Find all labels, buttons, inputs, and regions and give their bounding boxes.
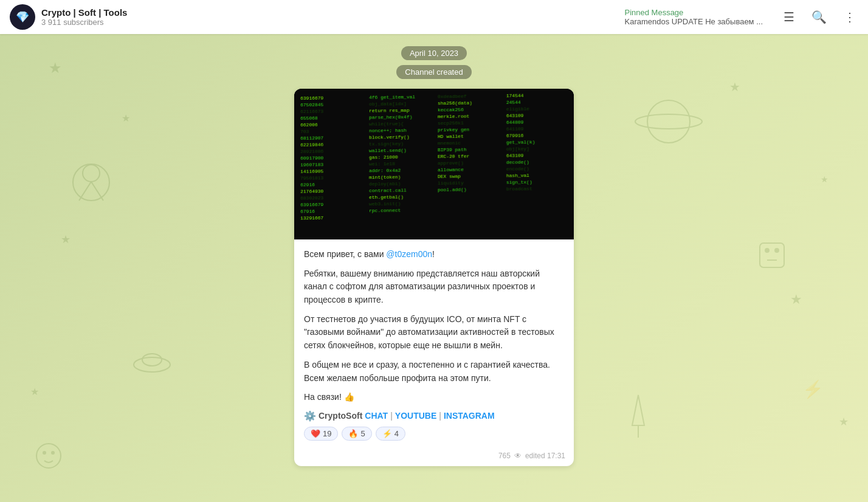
code-line: 19607183 (300, 161, 362, 167)
mention-link[interactable]: @t0zem00n (386, 249, 432, 259)
pinned-message-preview[interactable]: Pinned Message Karamendos UPDATE Не забы… (624, 8, 763, 26)
greeting-text: Всем привет, с вами (304, 249, 386, 259)
code-line: encode() (506, 165, 568, 171)
reaction-heart[interactable]: ❤️ 19 (304, 427, 338, 441)
code-line: 641109 (506, 126, 568, 132)
code-line: mnemonic (438, 140, 499, 146)
code-line: approve() (438, 160, 499, 166)
code-line: while(true){ (369, 120, 430, 126)
code-line: parse_hex(0x4f) (369, 114, 430, 120)
code-line: secp256k1 (438, 120, 499, 126)
code-line: deploy(abi) (369, 181, 430, 187)
code-line: sha256(data) (438, 100, 499, 106)
date-badge: April 10, 2023 (401, 46, 467, 60)
code-line: block.verify() (369, 134, 430, 140)
code-line: 63916679 (300, 95, 362, 101)
code-line: broadcast (506, 185, 568, 191)
code-line: wallet.send() (369, 147, 430, 153)
code-line: DEX swap (438, 173, 499, 179)
code-line: obj_data[idx] (369, 100, 430, 106)
views-count: 765 (498, 452, 511, 460)
code-line: get_val(k) (506, 139, 568, 145)
reaction-count-bolt: 4 (394, 429, 399, 438)
code-line: 68302023 (300, 194, 362, 201)
paragraph-2: От тестнетов до участия в будущих ICO, о… (304, 313, 564, 352)
code-line: return res_map (369, 107, 430, 113)
code-col-1: 63916679 67502845 62116673 655068 662006… (300, 95, 362, 236)
code-line: eligible (506, 106, 568, 112)
reaction-count-fire: 5 (360, 429, 365, 438)
code-line: gas: 21000 (369, 154, 430, 160)
code-col-3: 0xdeadbeef sha256(data) keccak256 merkle… (438, 93, 499, 234)
code-line: 0xdeadbeef (438, 93, 499, 99)
reaction-count-heart: 19 (323, 429, 331, 438)
code-line: allowance (438, 167, 499, 173)
chat-link[interactable]: CHAT (365, 411, 388, 421)
message-card: 63916679 67502845 62116673 655068 662006… (294, 89, 574, 466)
greeting-paragraph: Всем привет, с вами @t0zem00n! (304, 248, 564, 261)
exclamation: ! (432, 249, 435, 259)
gear-icon: ⚙️ (304, 410, 316, 422)
code-line: contract.call (369, 187, 430, 193)
reaction-bolt[interactable]: ⚡ 4 (376, 427, 405, 441)
code-line: rpc.connect (369, 207, 430, 213)
code-line: 79501813 (300, 174, 362, 181)
code-line: 13291667 (300, 215, 362, 221)
chat-area: April 10, 2023 Channel created 63916679 … (0, 34, 868, 502)
code-line: 644809 (506, 119, 568, 125)
code-line: mint(token) (369, 174, 430, 180)
code-line: BIP39 path (438, 146, 499, 153)
header: 💎 Crypto | Soft | Tools 3 911 subscriber… (0, 0, 868, 34)
code-line: nonce++; hash (369, 127, 430, 133)
code-line: 703 (300, 128, 362, 134)
youtube-link[interactable]: YOUTUBE (395, 411, 436, 421)
code-line: liquidity (438, 180, 499, 186)
edited-time: edited 17:31 (525, 452, 565, 460)
channel-name: Crypto | Soft | Tools (41, 7, 624, 18)
code-line: 63916679 (300, 201, 362, 207)
code-line: tx.sign(key) (369, 140, 430, 146)
code-line: 643109 (506, 152, 568, 158)
code-line: web3.init() (369, 201, 430, 207)
code-line: addr: 0x4a2 (369, 167, 430, 173)
more-icon[interactable]: ⋮ (841, 7, 858, 27)
code-line: 14116905 (300, 168, 362, 174)
code-columns: 63916679 67502845 62116673 655068 662006… (295, 89, 573, 239)
code-line: pool.add() (438, 187, 499, 193)
message-links: ⚙️ CryptoSoft CHAT | YOUTUBE | INSTAGRAM (304, 410, 564, 422)
code-line: 679916 (506, 132, 568, 138)
paragraph-3: В общем не все и сразу, а постепенно и с… (304, 359, 564, 385)
code-background: 63916679 67502845 62116673 655068 662006… (294, 89, 574, 239)
channel-avatar[interactable]: 💎 (10, 4, 35, 30)
code-line: 24544 (506, 99, 568, 105)
pinned-label: Pinned Message (624, 8, 763, 17)
header-actions: Pinned Message Karamendos UPDATE Не забы… (624, 7, 858, 27)
code-line: ERC-20 tfer (438, 153, 499, 159)
code-line: 174544 (506, 92, 568, 98)
reaction-emoji-fire: 🔥 (348, 429, 358, 438)
eye-icon: 👁 (514, 452, 522, 460)
search-icon[interactable]: 🔍 (809, 7, 829, 27)
code-line: 662006 (300, 122, 362, 128)
code-line: 62219846 (300, 142, 362, 148)
paragraph-1: Ребятки, вашему вниманию представляется … (304, 267, 564, 307)
instagram-link[interactable]: INSTAGRAM (444, 411, 495, 421)
code-line: 68112907 (300, 135, 362, 141)
message-body: Всем привет, с вами @t0zem00n! Ребятки, … (294, 239, 574, 449)
code-line: decode() (506, 159, 568, 165)
code-line: 67916 (300, 208, 362, 214)
message-image: 63916679 67502845 62116673 655068 662006… (294, 89, 574, 239)
subscriber-count: 3 911 subscribers (41, 18, 624, 27)
list-icon[interactable]: ☰ (781, 7, 797, 27)
code-line: 21764930 (300, 188, 362, 194)
code-line: 62916 (300, 181, 362, 187)
reaction-fire[interactable]: 🔥 5 (342, 427, 371, 441)
code-col-4: 174544 24544 eligible 643109 644809 6411… (506, 92, 568, 233)
message-footer: 765 👁 edited 17:31 (294, 449, 574, 466)
channel-name-link: CryptoSoft (319, 411, 362, 421)
code-line: HD wallet (438, 133, 499, 139)
code-line: 62116673 (300, 108, 362, 114)
code-line: wei: 1e18 (369, 160, 430, 167)
reaction-emoji-bolt: ⚡ (382, 429, 392, 438)
code-line: hash_val (506, 172, 568, 178)
